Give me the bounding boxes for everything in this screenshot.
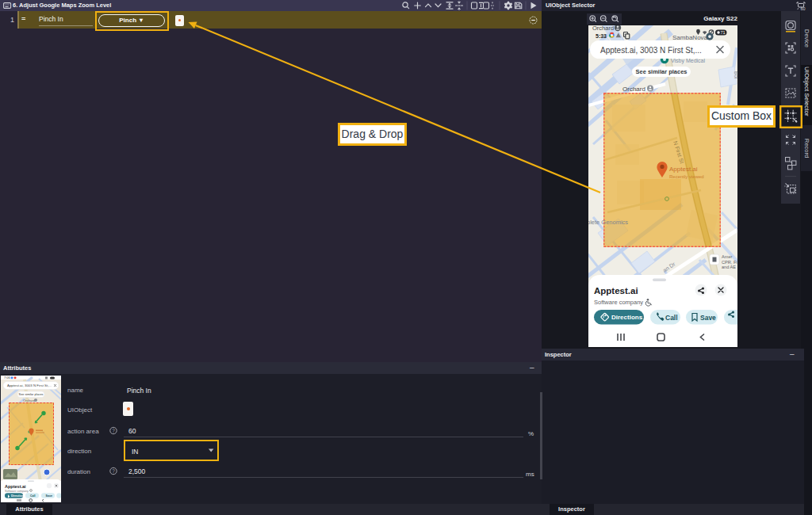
svg-text:Orchard: Orchard <box>23 399 36 402</box>
svg-text:Recently viewed: Recently viewed <box>669 174 704 179</box>
svg-text:Save: Save <box>46 494 52 498</box>
svg-text:71: 71 <box>721 30 726 35</box>
svg-text:Apptest.ai, 3003 N First St,..: Apptest.ai, 3003 N First St,... <box>7 383 52 387</box>
svg-text:Amer: Amer <box>722 254 733 259</box>
svg-text:Apptest.ai: Apptest.ai <box>594 286 638 296</box>
svg-text:?: ? <box>112 428 115 433</box>
svg-text:See similar places: See similar places <box>635 68 687 75</box>
svg-text:See similar places: See similar places <box>19 393 44 396</box>
svg-text:Save: Save <box>700 314 716 322</box>
svg-text:plete Genomics: plete Genomics <box>588 219 628 226</box>
svg-text:7:06: 7:06 <box>4 376 11 380</box>
svg-text:Orchard: Orchard <box>592 25 614 32</box>
svg-text:Directions: Directions <box>11 494 25 498</box>
svg-text:Call: Call <box>665 314 678 322</box>
svg-text:?: ? <box>112 468 115 474</box>
svg-text:CPR, Fi: CPR, Fi <box>722 260 737 265</box>
svg-text:SambaNova: SambaNova <box>672 34 708 41</box>
svg-text:Software company ·: Software company · <box>594 299 647 306</box>
svg-text:Apptest.ai: Apptest.ai <box>5 484 26 489</box>
svg-text:Apptest.ai: Apptest.ai <box>669 166 698 173</box>
svg-text:Orchard: Orchard <box>622 86 645 93</box>
svg-text:Call: Call <box>30 494 36 498</box>
svg-text:60: 60 <box>801 6 806 10</box>
svg-text:5:33: 5:33 <box>596 33 607 39</box>
svg-text:Bol: Bol <box>733 71 737 79</box>
svg-text:and AE: and AE <box>722 265 736 269</box>
svg-text:Software company ·: Software company · <box>5 490 30 493</box>
svg-text:Directions: Directions <box>611 314 643 321</box>
svg-text:Apptest.ai, 3003 N First St,..: Apptest.ai, 3003 N First St,... <box>600 46 702 55</box>
